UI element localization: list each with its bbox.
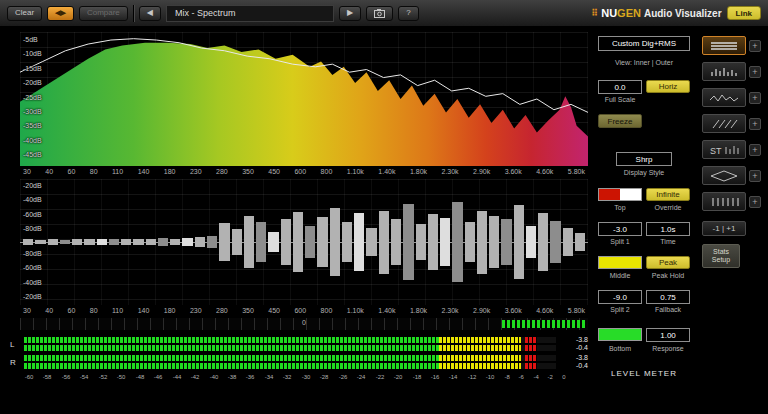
mode-hatch-button[interactable]: [702, 114, 746, 133]
preset-select[interactable]: Mix - Spectrum: [166, 5, 334, 22]
time-value[interactable]: 1.0s: [646, 222, 690, 236]
meter-scale-label: -50: [117, 374, 126, 380]
peak-hold-label: Peak Hold: [646, 272, 690, 279]
mode-spectrum-bars-button[interactable]: [702, 62, 746, 81]
vectorscope-diamond-icon: [708, 170, 740, 182]
toolbar: Clear ◀▶ Compare ◀ Mix - Spectrum ▶ ? ⠿ …: [0, 0, 768, 27]
lines-icon: [708, 40, 740, 52]
horiz-button[interactable]: Horiz: [646, 80, 690, 93]
mode-stereo-button[interactable]: ST: [702, 140, 746, 159]
history-bar: [244, 216, 254, 269]
freq-tick-label: 1.80k: [410, 306, 427, 316]
meter-scale-label: -22: [375, 374, 384, 380]
response-value[interactable]: 1.00: [646, 328, 690, 342]
meter-scale-label: -56: [62, 374, 71, 380]
history-bar: [293, 212, 303, 272]
meter-scale-label: -14: [449, 374, 458, 380]
history-bar: [379, 211, 389, 274]
meter-scale-label: -54: [80, 374, 89, 380]
split2-label: Split 2: [598, 306, 642, 313]
peak-button[interactable]: Peak: [646, 256, 690, 269]
toolbar-divider: [133, 5, 134, 22]
add-mode-button[interactable]: +: [749, 92, 761, 104]
middle-color-swatch[interactable]: [598, 256, 642, 269]
mode-lines-button[interactable]: [702, 36, 746, 55]
history-bar: [268, 232, 278, 252]
history-bar: [403, 204, 413, 280]
mode-vertical-bars-button[interactable]: [702, 192, 746, 211]
add-mode-button[interactable]: +: [749, 170, 761, 182]
add-mode-button[interactable]: +: [749, 144, 761, 156]
add-mode-button[interactable]: +: [749, 118, 761, 130]
history-bar: [563, 228, 573, 256]
meter-channel-left: L -3.8 -0.4: [10, 336, 588, 352]
meter-channel-right: R -3.8 -0.4: [10, 354, 588, 370]
meter-scale-label: -16: [431, 374, 440, 380]
meter-scale-label: -36: [246, 374, 255, 380]
bottom-color-swatch[interactable]: [598, 328, 642, 341]
peak-hold-segment: [525, 355, 537, 361]
help-button[interactable]: ?: [398, 6, 418, 21]
history-bar: [440, 218, 450, 266]
freq-tick-label: 2.30k: [441, 167, 458, 177]
add-mode-button[interactable]: +: [749, 196, 761, 208]
fallback-value[interactable]: 0.75: [646, 290, 690, 304]
full-scale-value[interactable]: 0.0: [598, 80, 642, 94]
compare-button[interactable]: Compare: [79, 6, 128, 21]
play-button[interactable]: ▶: [339, 6, 361, 21]
split2-value[interactable]: -9.0: [598, 290, 642, 304]
mode-vectorscope-button[interactable]: [702, 166, 746, 185]
meter-bar: [24, 355, 556, 361]
freq-tick-label: 4.60k: [536, 167, 553, 177]
freq-tick-label: 800: [321, 306, 333, 316]
meter-scale-label: -2: [548, 374, 553, 380]
readout-rms: -3.8: [556, 336, 588, 344]
hatch-icon: [708, 118, 740, 130]
history-bar: [305, 226, 315, 259]
correlation-range-button[interactable]: -1 | +1: [702, 221, 746, 236]
freeze-button[interactable]: Freeze: [598, 114, 642, 128]
history-bar: [452, 202, 462, 283]
freq-tick-label: 600: [294, 167, 306, 177]
snapshot-button[interactable]: [366, 6, 393, 21]
add-mode-button[interactable]: +: [749, 40, 761, 52]
history-bar: [219, 223, 229, 261]
spectrum-display: -5dB-10dB-15dB-20dB-25dB-30dB-35dB-40dB-…: [20, 32, 588, 166]
link-button[interactable]: Link: [727, 6, 761, 20]
brand-logo: ⠿ NUGEN Audio Visualizer: [592, 7, 722, 19]
previous-preset-icon[interactable]: ◀: [139, 6, 161, 21]
history-bar: [477, 211, 487, 274]
spectrum-fill: [20, 43, 588, 166]
freq-tick-label: 40: [45, 167, 53, 177]
split1-value[interactable]: -3.0: [598, 222, 642, 236]
history-bar: [97, 239, 107, 244]
history-bar: [256, 222, 266, 262]
swap-ab-icon[interactable]: ◀▶: [47, 6, 74, 21]
mode-waveform-button[interactable]: [702, 88, 746, 107]
display-style-select[interactable]: Shrp: [616, 152, 672, 166]
clear-button[interactable]: Clear: [7, 6, 42, 21]
middle-label: Middle: [598, 272, 642, 279]
add-mode-button[interactable]: +: [749, 66, 761, 78]
history-bar: [465, 222, 475, 262]
history-bar: [514, 205, 524, 278]
analysis-mode-select[interactable]: Custom Dig+RMS: [598, 36, 690, 51]
top-color-swatch[interactable]: [598, 188, 642, 201]
meter-scale-label: -52: [99, 374, 108, 380]
brand-product: Audio Visualizer: [644, 8, 722, 19]
freq-tick-label: 450: [268, 167, 280, 177]
history-bar: [501, 219, 511, 264]
freq-tick-label: 600: [294, 306, 306, 316]
full-scale-label: Full Scale: [598, 96, 642, 103]
stereo-icon: ST: [708, 144, 740, 156]
channel-label: R: [10, 358, 24, 367]
freq-tick-label: 30: [23, 306, 31, 316]
meter-scale-label: -6: [519, 374, 524, 380]
freq-tick-label: 1.10k: [347, 167, 364, 177]
meter-scale-label: -44: [172, 374, 181, 380]
infinite-button[interactable]: Infinite: [646, 188, 690, 201]
stats-setup-button[interactable]: Stats Setup: [702, 244, 740, 268]
meter-readouts: -3.8 -0.4: [556, 354, 588, 370]
freq-tick-label: 230: [190, 306, 202, 316]
bottom-label: Bottom: [598, 345, 642, 352]
